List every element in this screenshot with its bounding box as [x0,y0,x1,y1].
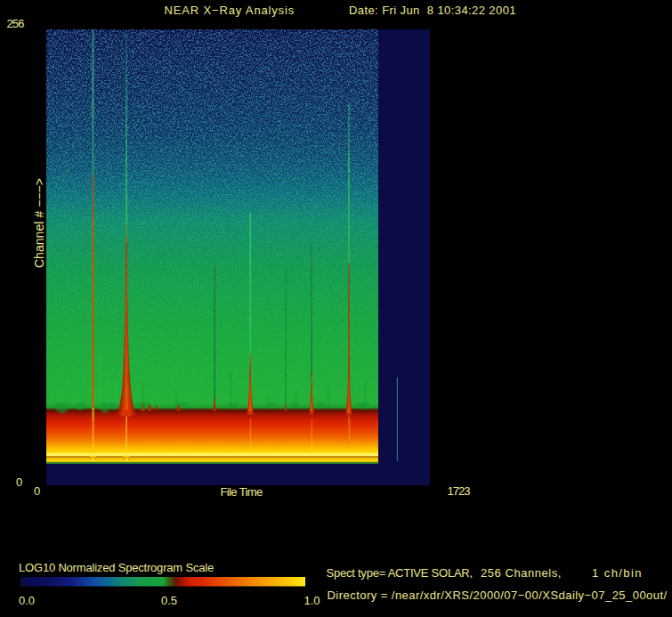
svg-text:1.0: 1.0 [304,594,320,607]
svg-text:Date: Fri Jun 8 10:34:22 2001: Date: Fri Jun 8 10:34:22 2001 [349,4,516,17]
svg-text:256 Channels,: 256 Channels, [481,566,562,580]
svg-text:1723: 1723 [448,484,471,498]
svg-text:1 ch/bin: 1 ch/bin [592,566,643,580]
svg-text:0: 0 [34,484,40,498]
svg-text:NEAR X−Ray Analysis: NEAR X−Ray Analysis [165,4,296,17]
svg-text:Directory = /near/xdr/XRS/2000: Directory = /near/xdr/XRS/2000/07−00/XSd… [328,589,668,602]
svg-text:0.5: 0.5 [161,594,177,607]
svg-text:Channel # −−−>: Channel # −−−> [32,178,46,268]
svg-text:0: 0 [16,475,22,489]
svg-text:File Time: File Time [221,485,263,499]
svg-text:LOG10 Normalized Spectrogram S: LOG10 Normalized Spectrogram Scale [19,561,214,574]
svg-text:Spect type= ACTIVE SOLAR,: Spect type= ACTIVE SOLAR, [327,566,473,580]
svg-text:256: 256 [7,17,25,30]
svg-text:0.0: 0.0 [19,594,35,607]
